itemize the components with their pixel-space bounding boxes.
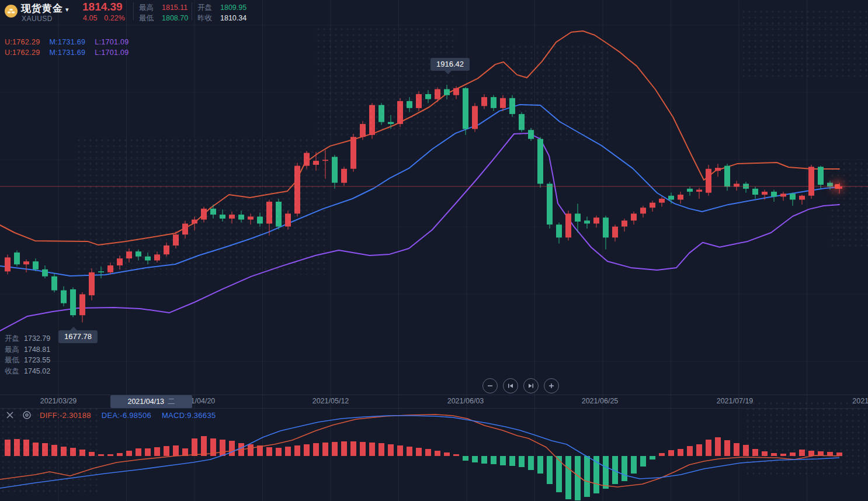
chart-element: [182, 224, 188, 235]
chart-element: [220, 440, 225, 456]
chart-element: [154, 447, 160, 456]
chart-element: [257, 217, 263, 224]
chart-element: [790, 452, 796, 456]
skip-forward-button[interactable]: [523, 378, 539, 393]
chart-element: [173, 234, 179, 246]
chart-element: [435, 451, 440, 456]
chart-element: [360, 442, 366, 456]
low-price-tooltip: 1677.78: [58, 330, 98, 343]
chart-element: [528, 456, 534, 470]
chart-element: [808, 167, 814, 195]
stat-label: 昨收: [197, 13, 217, 23]
chart-element: [593, 217, 599, 223]
x-axis-date: 2021/06/03: [447, 397, 484, 405]
chart-element: [5, 257, 11, 271]
chart-element: [332, 442, 338, 456]
chart-element: [294, 445, 300, 456]
chart-element: [107, 454, 113, 456]
ohlc-value: 1745.02: [24, 367, 50, 375]
chart-element: [453, 454, 459, 456]
skip-back-button[interactable]: [503, 378, 518, 393]
chart-element: [192, 220, 197, 224]
chart-element: [622, 220, 627, 226]
chart-element: [379, 105, 384, 122]
stat-label: 最低: [139, 13, 158, 23]
chart-element: [500, 98, 506, 108]
chart-element: [715, 437, 721, 456]
stat-value: 1809.95: [220, 2, 246, 13]
main-chart[interactable]: [0, 0, 868, 501]
chart-element: [192, 438, 197, 456]
hover-ohlc-panel: 开盘1732.79最高1748.81最低1723.55收盘1745.02: [5, 333, 50, 376]
trading-app: 现货黄金▾ XAUUSD 1814.39 4.050.22% 最高1815.11…: [0, 0, 868, 501]
boll-band-value: L:1701.09: [95, 38, 129, 46]
chart-element: [397, 445, 403, 456]
chart-element: [164, 446, 169, 456]
chart-element: [575, 213, 581, 222]
chart-element: [397, 101, 403, 124]
chart-element: [631, 213, 637, 220]
low-price-value: 1677.78: [64, 332, 92, 341]
chart-element: [23, 440, 29, 456]
chart-element: [780, 194, 786, 196]
close-indicator-icon[interactable]: [6, 411, 14, 419]
chart-element: [547, 456, 553, 484]
chart-element: [706, 169, 711, 193]
boll-band-value: M:1731.69: [49, 38, 85, 46]
chart-element: [537, 139, 543, 184]
chart-element: [350, 441, 356, 456]
chart-element: [565, 456, 571, 499]
chart-element: [724, 440, 730, 456]
chart-element: [444, 89, 450, 95]
chart-element: [668, 450, 674, 456]
zoom-out-button[interactable]: [482, 378, 498, 393]
chart-element: [379, 443, 384, 456]
chart-element: [491, 456, 497, 464]
zoom-in-button[interactable]: [544, 378, 559, 393]
boll-legend-row-2: U:1762.29M:1731.69L:1701.09: [5, 49, 138, 57]
chart-element: [575, 456, 581, 500]
price-change: 4.050.22%: [83, 14, 132, 22]
chart-element: [762, 192, 768, 195]
chart-element: [98, 454, 104, 456]
header-stats-high-low: 最高1815.11最低1808.70: [139, 2, 188, 23]
chart-element: [416, 94, 422, 108]
x-axis-date: 2021/: [852, 397, 868, 405]
chart-element: [313, 161, 319, 165]
ohlc-label: 收盘: [5, 367, 19, 375]
chart-element: [117, 453, 123, 456]
chart-element: [248, 217, 254, 220]
ohlc-value: 1748.81: [24, 345, 50, 354]
indicator-settings-target-icon[interactable]: [22, 410, 32, 420]
chart-element: [23, 261, 29, 264]
chart-element: [89, 452, 95, 456]
chart-element: [519, 114, 525, 130]
chart-element: [276, 202, 282, 227]
chart-element: [659, 199, 665, 203]
chart-element: [435, 89, 440, 99]
chart-element: [678, 195, 683, 200]
chart-element: [70, 448, 76, 456]
chart-element: [425, 94, 431, 99]
ohlc-value: 1723.55: [24, 356, 50, 364]
chart-element: [33, 261, 39, 269]
chart-element: [407, 447, 412, 456]
selected-date-text: 2021/04/13: [127, 398, 164, 406]
chart-element: [481, 456, 487, 464]
ohlc-row: 最低1723.55: [5, 355, 50, 366]
chart-element: [238, 215, 244, 220]
chart-element: [0, 133, 839, 331]
ohlc-label: 开盘: [5, 334, 19, 343]
symbol-selector[interactable]: 现货黄金▾: [21, 2, 70, 15]
chart-element: [0, 105, 839, 276]
chart-element: [556, 456, 562, 492]
boll-band-value: L:1701.09: [95, 49, 129, 57]
chart-element: [304, 444, 310, 456]
chart-element: [42, 443, 48, 456]
boll-band-value: M:1731.69: [49, 49, 85, 57]
chart-element: [416, 448, 422, 456]
ohlc-row: 开盘1732.79: [5, 333, 50, 344]
chart-element: [603, 456, 609, 489]
chart-element: [612, 227, 618, 238]
chart-element: [696, 190, 702, 192]
